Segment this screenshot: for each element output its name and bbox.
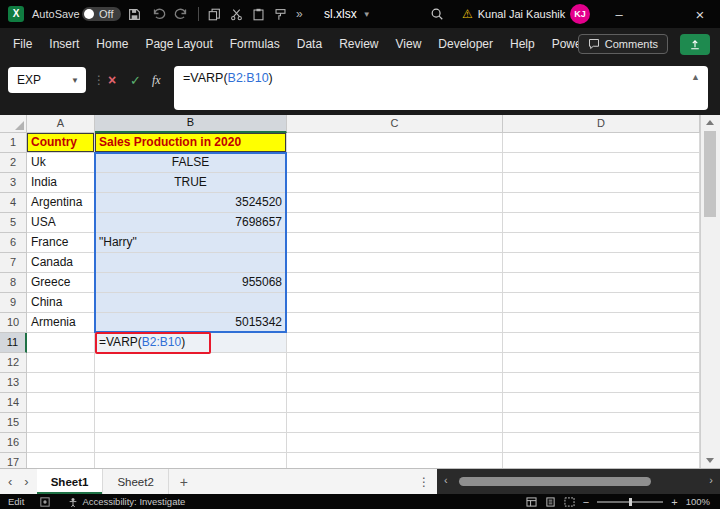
enter-entry-button[interactable]: ✓: [130, 60, 141, 100]
cell-a2[interactable]: Uk: [27, 153, 95, 173]
tab-file[interactable]: File: [13, 37, 32, 51]
cell-c14[interactable]: [287, 393, 503, 413]
column-header-c[interactable]: C: [287, 115, 503, 133]
cell-d8[interactable]: [503, 273, 700, 293]
cell-d10[interactable]: [503, 313, 700, 333]
cell-d11[interactable]: [503, 333, 700, 353]
row-header-17[interactable]: 17: [0, 453, 27, 468]
excel-logo-icon[interactable]: X: [8, 0, 24, 28]
scroll-right-arrow-icon[interactable]: ›: [709, 474, 713, 486]
next-sheet-icon[interactable]: ›: [24, 474, 28, 489]
row-header-9[interactable]: 9: [0, 293, 27, 313]
row-header-16[interactable]: 16: [0, 433, 27, 453]
cell-d3[interactable]: [503, 173, 700, 193]
more-commands-icon[interactable]: »: [296, 0, 303, 28]
cell-a12[interactable]: [27, 353, 95, 373]
cell-b13[interactable]: [95, 373, 287, 393]
tab-page-layout[interactable]: Page Layout: [145, 37, 212, 51]
collapse-formula-bar-icon[interactable]: ▲: [691, 72, 700, 82]
previous-sheet-icon[interactable]: ‹: [8, 474, 12, 489]
scroll-left-arrow-icon[interactable]: ‹: [444, 474, 448, 486]
horizontal-scrollbar-thumb[interactable]: [459, 477, 651, 486]
cell-d15[interactable]: [503, 413, 700, 433]
row-header-8[interactable]: 8: [0, 273, 27, 293]
cell-d4[interactable]: [503, 193, 700, 213]
undo-icon[interactable]: [152, 0, 166, 28]
cell-a8[interactable]: Greece: [27, 273, 95, 293]
cell-a10[interactable]: Armenia: [27, 313, 95, 333]
cell-c17[interactable]: [287, 453, 503, 468]
cell-b10[interactable]: 5015342: [95, 313, 287, 333]
cell-c16[interactable]: [287, 433, 503, 453]
row-header-7[interactable]: 7: [0, 253, 27, 273]
cell-b17[interactable]: [95, 453, 287, 468]
tab-review[interactable]: Review: [339, 37, 378, 51]
cell-a5[interactable]: USA: [27, 213, 95, 233]
tab-data[interactable]: Data: [297, 37, 322, 51]
horizontal-scrollbar[interactable]: ‹ ›: [437, 469, 720, 494]
cancel-entry-button[interactable]: ×: [108, 60, 116, 100]
accessibility-status[interactable]: Accessibility: Investigate: [68, 496, 185, 507]
zoom-slider-thumb[interactable]: [629, 498, 632, 506]
avatar[interactable]: KJ: [570, 0, 590, 28]
cell-c9[interactable]: [287, 293, 503, 313]
cell-b6[interactable]: "Harry": [95, 233, 287, 253]
row-header-13[interactable]: 13: [0, 373, 27, 393]
vertical-scrollbar-thumb[interactable]: [704, 131, 716, 217]
cell-d16[interactable]: [503, 433, 700, 453]
column-header-d[interactable]: D: [503, 115, 700, 133]
cell-c4[interactable]: [287, 193, 503, 213]
close-button[interactable]: ×: [682, 0, 718, 28]
autosave-toggle[interactable]: Off: [82, 0, 121, 28]
row-header-6[interactable]: 6: [0, 233, 27, 253]
page-layout-view-icon[interactable]: [545, 497, 556, 507]
cell-b4[interactable]: 3524520: [95, 193, 287, 213]
cell-b16[interactable]: [95, 433, 287, 453]
cell-a15[interactable]: [27, 413, 95, 433]
row-header-10[interactable]: 10: [0, 313, 27, 333]
cell-b12[interactable]: [95, 353, 287, 373]
cell-d14[interactable]: [503, 393, 700, 413]
format-painter-icon[interactable]: [274, 0, 287, 28]
cell-a16[interactable]: [27, 433, 95, 453]
cell-d12[interactable]: [503, 353, 700, 373]
cell-a9[interactable]: China: [27, 293, 95, 313]
page-break-view-icon[interactable]: [564, 497, 575, 507]
cell-a17[interactable]: [27, 453, 95, 468]
save-icon[interactable]: [128, 0, 141, 28]
column-header-a[interactable]: A: [27, 115, 95, 133]
formula-bar-drag-handle[interactable]: ⋮: [93, 60, 105, 100]
share-button[interactable]: [680, 34, 710, 55]
cell-d2[interactable]: [503, 153, 700, 173]
cell-c13[interactable]: [287, 373, 503, 393]
formula-input[interactable]: =VARP(B2:B10) ▲: [174, 66, 708, 110]
row-header-1[interactable]: 1: [0, 133, 27, 153]
comments-button[interactable]: Comments: [578, 34, 668, 54]
name-box[interactable]: EXP ▼: [8, 67, 86, 93]
cell-a1[interactable]: Country: [27, 133, 95, 153]
tab-home[interactable]: Home: [96, 37, 128, 51]
cell-b2[interactable]: FALSE: [95, 153, 287, 173]
row-header-12[interactable]: 12: [0, 353, 27, 373]
row-header-11[interactable]: 11: [0, 333, 27, 353]
zoom-slider[interactable]: [597, 501, 663, 503]
search-icon[interactable]: [430, 0, 444, 28]
cell-b7[interactable]: [95, 253, 287, 273]
cell-b3[interactable]: TRUE: [95, 173, 287, 193]
cell-c5[interactable]: [287, 213, 503, 233]
row-header-5[interactable]: 5: [0, 213, 27, 233]
tab-sheet2[interactable]: Sheet2: [103, 469, 168, 494]
cell-c10[interactable]: [287, 313, 503, 333]
cell-d13[interactable]: [503, 373, 700, 393]
cell-d5[interactable]: [503, 213, 700, 233]
copy-icon[interactable]: [208, 0, 221, 28]
row-header-14[interactable]: 14: [0, 393, 27, 413]
cell-a7[interactable]: Canada: [27, 253, 95, 273]
cell-b14[interactable]: [95, 393, 287, 413]
tab-view[interactable]: View: [396, 37, 422, 51]
cell-a6[interactable]: France: [27, 233, 95, 253]
cell-d9[interactable]: [503, 293, 700, 313]
cell-a3[interactable]: India: [27, 173, 95, 193]
tab-sheet1[interactable]: Sheet1: [37, 469, 104, 494]
row-header-2[interactable]: 2: [0, 153, 27, 173]
